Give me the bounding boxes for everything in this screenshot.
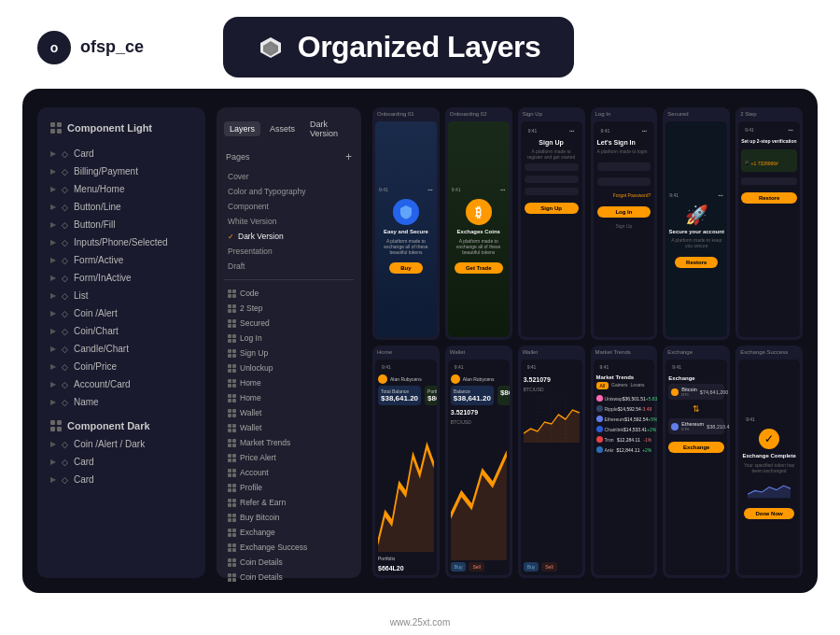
- layer-item-referearn[interactable]: Refer & Earn: [224, 495, 354, 510]
- screen-exchange-success[interactable]: Exchange Success 9:41 ✓ Exchange Complet…: [735, 346, 803, 578]
- layer-item-account[interactable]: Account: [224, 465, 354, 480]
- tab-dark-version[interactable]: Dark Version: [304, 117, 354, 141]
- layer-item-code[interactable]: Code: [224, 286, 354, 301]
- left-item-coinalert-dark[interactable]: ▶ ◇ Coin /Alert / Dark: [45, 435, 198, 453]
- screen-body: 9:41 Exchange Bitcoin BTC $74,641,200 ⇅: [663, 357, 730, 578]
- screen-onboarding2[interactable]: Onboarding 02 9:41 ▪▪▪ ₿ Exchages Coins …: [445, 107, 512, 340]
- page-item-component[interactable]: Component: [224, 199, 354, 214]
- page-item-cover[interactable]: Cover: [224, 169, 354, 184]
- buy-button[interactable]: Buy: [524, 562, 539, 572]
- page-item-presentation[interactable]: Presentation: [224, 244, 354, 259]
- page-item-white[interactable]: White Version: [224, 214, 354, 229]
- screen-onboarding1[interactable]: Onboarding 01 9:41 ▪▪▪ Easy and Secure A…: [372, 107, 440, 340]
- left-item-card-dark1[interactable]: ▶ ◇ Card: [45, 453, 198, 471]
- screen-market[interactable]: Market Trends 9:41 Market Trends All Gai…: [591, 346, 658, 578]
- left-item-coinchart[interactable]: ▶ ◇ Coin/Chart: [45, 322, 198, 340]
- sell-button[interactable]: Sell: [541, 562, 556, 572]
- ob2-cta-button[interactable]: Get Trade: [455, 262, 503, 274]
- layer-item-profile[interactable]: Profile: [224, 480, 354, 495]
- screen-secured[interactable]: Secured 9:41 ▪▪▪ 🚀 Secure your account A…: [663, 107, 730, 340]
- left-item-billing[interactable]: ▶ ◇ Billing/Payment: [45, 162, 198, 180]
- forgot-password-link[interactable]: Forgot Password?: [597, 192, 651, 198]
- ob1-cta-button[interactable]: Buy: [389, 262, 422, 274]
- left-item-coinalert[interactable]: ▶ ◇ Coin /Alert: [45, 304, 198, 322]
- layer-item-secured[interactable]: Secured: [224, 316, 354, 331]
- verification-input[interactable]: [741, 177, 797, 185]
- chevron-icon: ▶: [50, 203, 56, 211]
- signup-button[interactable]: Sign Up: [525, 203, 579, 214]
- left-item-formactive[interactable]: ▶ ◇ Form/Active: [45, 251, 198, 269]
- filter-all[interactable]: All: [596, 382, 609, 389]
- layer-item-exchange[interactable]: Exchange: [224, 525, 354, 540]
- restore-button[interactable]: Restore: [741, 192, 797, 204]
- layer-item-coindetails2[interactable]: Coin Details: [224, 570, 354, 585]
- filter-losers[interactable]: Losers: [631, 382, 645, 389]
- signup-link[interactable]: Sign Up: [597, 223, 651, 229]
- left-item-inputs[interactable]: ▶ ◇ Inputs/Phone/Selected: [45, 233, 198, 251]
- status-bar: 9:41 ▪▪▪: [448, 186, 510, 193]
- onboarding1-bg: 9:41 ▪▪▪ Easy and Secure A platform made…: [375, 121, 437, 337]
- screen-home[interactable]: Home 9:41 Alan Rubycens Total Balance: [372, 346, 440, 578]
- secured-bg: 9:41 ▪▪▪ 🚀 Secure your account A platfor…: [665, 121, 727, 337]
- exchange-bg: 9:41 Exchange Bitcoin BTC $74,641,200 ⇅: [665, 360, 727, 575]
- input-field[interactable]: [525, 176, 579, 183]
- left-item-forminactive[interactable]: ▶ ◇ Form/InActive: [45, 269, 198, 287]
- left-item-list[interactable]: ▶ ◇ List: [45, 287, 198, 304]
- tab-assets[interactable]: Assets: [264, 121, 301, 136]
- filter-gainers[interactable]: Gainers: [611, 382, 628, 389]
- layer-item-coindetails1[interactable]: Coin Details: [224, 555, 354, 570]
- screen-label: Exchange Success: [735, 346, 803, 357]
- login-button[interactable]: Log In: [597, 206, 651, 218]
- left-item-accountcard[interactable]: ▶ ◇ Account/Card: [45, 375, 198, 393]
- page-item-draft[interactable]: Draft: [224, 259, 354, 274]
- add-page-button[interactable]: +: [345, 150, 352, 163]
- left-item-card[interactable]: ▶ ◇ Card: [45, 145, 198, 162]
- page-item-color[interactable]: Color and Typography: [224, 184, 354, 199]
- layer-item-wallet2[interactable]: Wallet: [224, 420, 354, 435]
- layer-item-exchangesuccess[interactable]: Exchange Success: [224, 540, 354, 555]
- left-item-name[interactable]: ▶ ◇ Name: [45, 393, 198, 411]
- layer-item-signup[interactable]: Sign Up: [224, 346, 354, 360]
- layer-item-home1[interactable]: Home: [224, 375, 354, 390]
- secured-button[interactable]: Restore: [675, 257, 718, 268]
- screen-login[interactable]: Log In 9:41 ▪▪▪ Let's Sign In A platform…: [591, 107, 658, 340]
- footer: www.25xt.com: [0, 617, 840, 628]
- layer-item-unlockup[interactable]: Unlockup: [224, 360, 354, 375]
- page-item-dark[interactable]: ✓ Dark Version: [224, 229, 354, 244]
- wallet-bg: 9:41 Alan Rubycens Balance $38,641.20: [448, 360, 510, 575]
- done-button[interactable]: Done Now: [744, 508, 793, 519]
- left-item-candlechart[interactable]: ▶ ◇ Candle/Chart: [45, 340, 198, 358]
- tab-layers[interactable]: Layers: [224, 121, 260, 136]
- input-field[interactable]: [525, 163, 579, 171]
- screen-label: Exchange: [663, 346, 730, 357]
- buy-button[interactable]: Buy: [451, 562, 467, 572]
- screen-exchange[interactable]: Exchange 9:41 Exchange Bitcoin BTC: [663, 346, 730, 578]
- left-item-buttonfill[interactable]: ▶ ◇ Button/Fill: [45, 216, 198, 233]
- left-item-buttonline[interactable]: ▶ ◇ Button/Line: [45, 198, 198, 216]
- layer-item-wallet1[interactable]: Wallet: [224, 405, 354, 420]
- input-field[interactable]: [525, 188, 579, 195]
- screen-2step[interactable]: 2 Step 9:41 ▪▪▪ Set up 2-step verificati…: [735, 107, 803, 340]
- sell-button[interactable]: Sell: [469, 562, 483, 572]
- layer-item-home2[interactable]: Home: [224, 390, 354, 405]
- screen-body: 9:41 Alan Rubycens Total Balance $38,641…: [372, 357, 440, 578]
- email-input[interactable]: [597, 162, 651, 171]
- screen-signup[interactable]: Sign Up 9:41 ▪▪▪ Sign Up A platform made…: [518, 107, 585, 340]
- status-bar: 9:41 ▪▪▪: [665, 191, 727, 199]
- left-item-card-dark2[interactable]: ▶ ◇ Card: [45, 471, 198, 488]
- screen-wallet2[interactable]: Wallet 9:41 3.521079 BTC/USD: [518, 346, 585, 578]
- layer-item-login[interactable]: Log In: [224, 331, 354, 346]
- diamond-icon: ◇: [62, 309, 68, 318]
- layer-item-2step[interactable]: 2 Step: [224, 301, 354, 316]
- diamond-icon: ◇: [62, 398, 68, 407]
- screen-wallet1[interactable]: Wallet 9:41 Alan Rubycens Balance: [445, 346, 512, 578]
- item-label: Button/Line: [74, 202, 121, 212]
- chevron-icon: ▶: [50, 149, 56, 158]
- layer-item-pricealert[interactable]: Price Alert: [224, 450, 354, 465]
- password-input[interactable]: [597, 177, 651, 186]
- left-item-menu[interactable]: ▶ ◇ Menu/Home: [45, 180, 198, 198]
- layer-item-buybitcoin[interactable]: Buy Bitcoin: [224, 510, 354, 525]
- layer-item-market[interactable]: Market Trends: [224, 435, 354, 450]
- left-item-coinprice[interactable]: ▶ ◇ Coin/Price: [45, 358, 198, 375]
- exchange-button[interactable]: Exchange: [668, 442, 724, 453]
